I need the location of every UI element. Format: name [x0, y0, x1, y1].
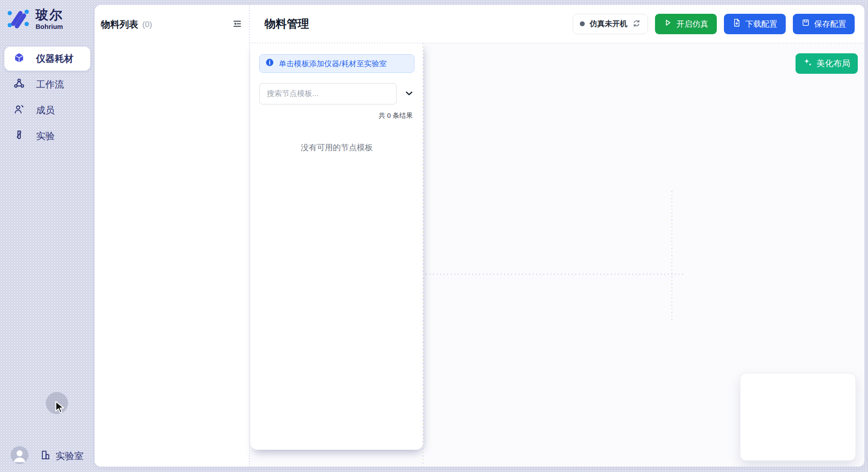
- sparkles-icon: [803, 58, 812, 69]
- material-list-panel: 物料列表 (0): [95, 5, 249, 467]
- brand-name-zh: 玻尔: [36, 8, 63, 21]
- layout-canvas[interactable]: 单击模板添加仪器/耗材至实验室 共 0 条结果 没有可用的节点模板: [249, 43, 864, 467]
- chevron-down-icon: [404, 88, 414, 100]
- collapse-panel-button[interactable]: [232, 18, 243, 31]
- page-header: 物料管理 仿真未开机: [249, 5, 864, 43]
- save-config-button[interactable]: 保存配置: [793, 14, 855, 34]
- sidebar-item-label: 仪器耗材: [36, 52, 73, 65]
- page-title: 物料管理: [265, 16, 309, 31]
- header-actions: 仿真未开机: [573, 14, 855, 34]
- material-list-header: 物料列表 (0): [101, 18, 243, 31]
- start-simulation-button[interactable]: 开启仿真: [655, 14, 717, 34]
- menu-fold-icon: [233, 19, 242, 30]
- simulation-status-label: 仿真未开机: [590, 19, 627, 29]
- panel-divider: [249, 5, 250, 467]
- brand-logo[interactable]: 玻尔 Bohrium: [6, 6, 63, 32]
- sidebar-footer: 实验室: [0, 445, 94, 466]
- refresh-status-button[interactable]: [632, 19, 641, 29]
- lab-switcher[interactable]: 实验室: [40, 449, 84, 463]
- experiment-icon: [13, 129, 25, 143]
- brand-name-en: Bohrium: [36, 23, 63, 30]
- sidebar-nav: 仪器耗材 工作流 成员: [4, 47, 90, 148]
- start-simulation-label: 开启仿真: [676, 19, 708, 29]
- building-icon: [40, 449, 51, 463]
- canvas-guide-vertical-2: [671, 191, 672, 320]
- play-icon: [663, 18, 672, 29]
- sidebar-item-instruments[interactable]: 仪器耗材: [4, 47, 90, 71]
- save-config-label: 保存配置: [814, 19, 846, 29]
- header-separator: [249, 43, 864, 44]
- sidebar-item-members[interactable]: 成员: [4, 98, 90, 122]
- hint-banner: 单击模板添加仪器/耗材至实验室: [259, 54, 414, 73]
- material-list-count: (0): [142, 20, 152, 29]
- save-icon: [801, 18, 810, 29]
- canvas-guide-vertical-1: [422, 43, 423, 467]
- sidebar-item-workflow[interactable]: 工作流: [4, 72, 90, 96]
- workspace: 物料列表 (0) 物料管理 仿真未开机: [95, 5, 864, 467]
- search-row: [259, 83, 414, 104]
- beautify-layout-button[interactable]: 美化布局: [796, 53, 858, 74]
- members-icon: [13, 104, 25, 117]
- canvas-guide-horizontal: [422, 274, 686, 275]
- cube-icon: [13, 52, 25, 66]
- bohrium-logo-icon: [6, 6, 31, 32]
- sidebar: 玻尔 Bohrium 仪器耗材 工作流: [0, 0, 94, 472]
- refresh-icon: [632, 19, 641, 29]
- download-config-button[interactable]: 下载配置: [724, 14, 786, 34]
- hint-banner-text: 单击模板添加仪器/耗材至实验室: [279, 59, 387, 69]
- workflow-icon: [13, 78, 25, 92]
- sidebar-item-label: 成员: [36, 104, 55, 116]
- empty-template-text: 没有可用的节点模板: [259, 142, 414, 153]
- lab-switcher-label: 实验室: [56, 450, 84, 462]
- download-config-label: 下载配置: [745, 19, 777, 29]
- main-area: 物料管理 仿真未开机: [249, 5, 864, 467]
- sidebar-item-label: 工作流: [36, 78, 64, 91]
- beautify-layout-label: 美化布局: [816, 58, 850, 69]
- expand-filter-button[interactable]: [404, 88, 414, 100]
- avatar[interactable]: [11, 446, 28, 464]
- node-template-panel: 单击模板添加仪器/耗材至实验室 共 0 条结果 没有可用的节点模板: [250, 43, 423, 450]
- result-count: 共 0 条结果: [259, 112, 414, 120]
- search-input[interactable]: [259, 83, 397, 104]
- status-dot-icon: [580, 21, 585, 26]
- minimap-panel: [740, 373, 856, 461]
- material-list-title: 物料列表: [101, 18, 138, 31]
- file-download-icon: [732, 18, 741, 29]
- sidebar-item-experiment[interactable]: 实验: [4, 124, 90, 148]
- sidebar-item-label: 实验: [36, 130, 55, 142]
- brand-name: 玻尔 Bohrium: [36, 8, 63, 30]
- info-icon: [265, 58, 274, 69]
- simulation-status-chip[interactable]: 仿真未开机: [573, 14, 648, 34]
